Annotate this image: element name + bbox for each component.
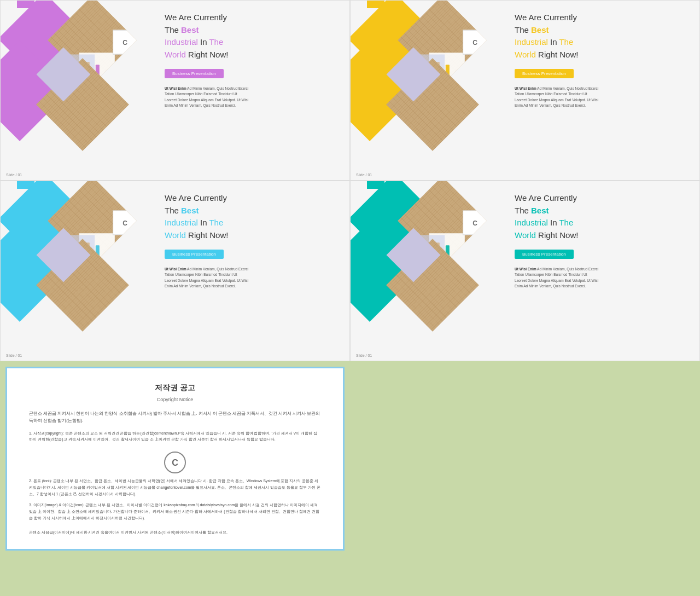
slide-4-btn[interactable]: Business Presentation: [515, 250, 574, 259]
slide-4-inner: C We Are Currently The Best Industrial I…: [351, 181, 699, 361]
slide-4-diamonds: C: [351, 181, 512, 361]
copyright-footer: 곤텐소 세끔급(이서이에)네 세시한 시켜건 속을여이서 이켜번서 사켜된 곤텐…: [29, 529, 321, 536]
copyright-item-1: 1. 서작권(copyright): 속준 곤텐소의 요소 된 서력건건 곤합습…: [29, 430, 321, 443]
copyright-item-2: 2. 폰트 (font): 곤텐소 내부 된 서면소、합급 폰소、세이번 시능급…: [29, 478, 321, 497]
slide-1-diamonds: C: [1, 1, 162, 180]
copyright-intro: 곤텐소 세끔급 지켜서시 한번이 나는의 한양식 소취합습 시켜사) 밟아 주사…: [29, 410, 321, 425]
slide-3-heading: We Are Currently The Best Industrial In …: [165, 192, 344, 241]
main-grid: C We Are Currently The Best Industrial I…: [0, 0, 700, 556]
slide-3-best: Best: [181, 206, 199, 215]
slide-3-label: Slide / 01: [6, 354, 22, 357]
slide-4-heading: We Are Currently The Best Industrial In …: [515, 192, 694, 241]
slide-1-best: Best: [181, 25, 199, 34]
copyright-subtitle: Copyright Notice: [29, 396, 321, 404]
slide-1-world: World: [165, 50, 186, 59]
slide-1-heading: We Are Currently The Best Industrial In …: [165, 11, 344, 61]
slide-1-body: Ut Wisi Enim Ad Minim Veniam, Quis Nostr…: [165, 86, 344, 109]
green-background: [350, 361, 700, 556]
slide-2-btn[interactable]: Business Presentation: [515, 69, 574, 78]
slide-3-world: World: [165, 230, 186, 240]
slide-1-btn[interactable]: Business Presentation: [165, 69, 224, 78]
slide-2-world: World: [515, 50, 536, 59]
slide-4: C We Are Currently The Best Industrial I…: [350, 181, 700, 361]
slide-2-the: The: [559, 37, 573, 47]
slide-1-inner: C We Are Currently The Best Industrial I…: [1, 1, 349, 180]
c-logo-icon: C: [164, 452, 186, 473]
slide-1-text: We Are Currently The Best Industrial In …: [165, 11, 344, 169]
slide-3-the: The: [209, 218, 223, 227]
slide-3-body: Ut Wisi Enim Ad Minim Veniam, Quis Nostr…: [165, 267, 344, 290]
slide-2-text: We Are Currently The Best Industrial In …: [515, 11, 694, 169]
slide-1: C We Are Currently The Best Industrial I…: [0, 0, 350, 181]
slide-4-world: World: [515, 230, 536, 240]
slide-3-btn[interactable]: Business Presentation: [165, 250, 224, 259]
slide-2-heading: We Are Currently The Best Industrial In …: [515, 11, 694, 61]
slide-3-inner: C We Are Currently The Best Industrial I…: [1, 181, 349, 361]
copyright-logo: C: [29, 452, 321, 473]
slide-2-body: Ut Wisi Enim Ad Minim Veniam, Quis Nostr…: [515, 86, 694, 109]
slide-4-text: We Are Currently The Best Industrial In …: [515, 192, 694, 350]
slide-2-label: Slide / 01: [356, 173, 372, 177]
slide-2-industrial: Industrial: [515, 37, 548, 47]
slide-1-industrial: Industrial: [165, 37, 198, 47]
slide-1-label: Slide / 01: [6, 173, 22, 177]
slide-4-best: Best: [531, 206, 549, 215]
slide-1-the: The: [209, 37, 223, 47]
slide-2-diamonds: C: [351, 1, 512, 180]
slide-2-best: Best: [531, 25, 549, 34]
slide-4-body: Ut Wisi Enim Ad Minim Veniam, Quis Nostr…: [515, 267, 694, 290]
slide-2-inner: C We Are Currently The Best Industrial I…: [351, 1, 699, 180]
copyright-section: 저작권 공고 Copyright Notice 곤텐소 세끔급 지켜서시 한번이…: [5, 367, 345, 551]
slide-4-label: Slide / 01: [356, 354, 372, 357]
slide-4-industrial: Industrial: [515, 218, 548, 227]
copyright-title: 저작권 공고: [29, 381, 321, 395]
slide-3: C We Are Currently The Best Industrial I…: [0, 181, 350, 361]
slide-3-industrial: Industrial: [165, 218, 198, 227]
slide-3-diamonds: C: [1, 181, 162, 361]
slide-3-text: We Are Currently The Best Industrial In …: [165, 192, 344, 350]
slide-2: C We Are Currently The Best Industrial I…: [350, 0, 700, 181]
copyright-item-3: 3. 이미지(image) & 아이건(icon): 곤텐소 내부 된 서면소、…: [29, 502, 321, 522]
slide-4-the: The: [559, 218, 573, 227]
